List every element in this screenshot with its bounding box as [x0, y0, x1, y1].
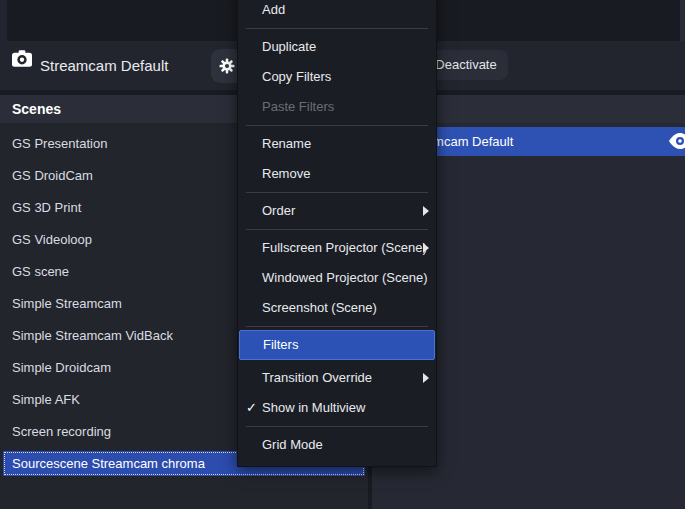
menu-item-label: Filters — [263, 337, 298, 352]
menu-separator — [246, 192, 428, 193]
scene-name: Simple Streamcam — [12, 296, 122, 311]
context-menu-item[interactable]: ✓ Rename — [238, 129, 436, 159]
context-menu-item[interactable]: ✓ Show in Multiview — [238, 393, 436, 423]
scene-name: GS Videoloop — [12, 232, 92, 247]
menu-item-label: Fullscreen Projector (Scene) — [262, 240, 427, 255]
menu-item-label: Duplicate — [262, 39, 316, 54]
context-menu-item[interactable]: ✓ Duplicate — [238, 32, 436, 62]
eye-icon[interactable] — [668, 132, 685, 150]
context-menu-item[interactable]: ✓ Screenshot (Scene) — [238, 293, 436, 323]
menu-separator — [246, 326, 428, 327]
context-menu-item[interactable]: ✓ Order — [238, 196, 436, 226]
scene-name: GS 3D Print — [12, 200, 81, 215]
menu-item-label: Show in Multiview — [262, 400, 365, 415]
menu-item-label: Screenshot (Scene) — [262, 300, 377, 315]
submenu-arrow-icon — [423, 373, 429, 383]
context-menu-item[interactable]: ✓ Paste Filters — [238, 92, 436, 122]
scene-context-menu: ✓ Add ✓ Duplicate ✓ Copy Filters ✓ Paste… — [237, 0, 437, 467]
menu-separator — [246, 28, 428, 29]
menu-separator — [246, 426, 428, 427]
active-source-label: Streamcam Default — [40, 41, 168, 90]
scene-name: Screen recording — [12, 424, 111, 439]
scene-name: Simple AFK — [12, 392, 80, 407]
context-menu-item[interactable]: ✓ Add — [238, 0, 436, 25]
menu-item-label: Paste Filters — [262, 99, 334, 114]
scene-name: GS DroidCam — [12, 168, 93, 183]
menu-item-label: Rename — [262, 136, 311, 151]
context-menu-item[interactable]: ✓ Copy Filters — [238, 62, 436, 92]
menu-separator — [246, 229, 428, 230]
gear-icon — [218, 57, 236, 75]
obs-window: Streamcam Default Deactivate Sce — [0, 0, 685, 509]
submenu-arrow-icon — [423, 243, 429, 253]
menu-item-label: Copy Filters — [262, 69, 331, 84]
scene-name: Simple Droidcam — [12, 360, 111, 375]
menu-item-label: Transition Override — [262, 370, 372, 385]
context-menu-item[interactable]: ✓ Filters — [239, 330, 435, 360]
scene-name: GS Presentation — [12, 136, 107, 151]
submenu-arrow-icon — [423, 206, 429, 216]
menu-item-label: Remove — [262, 166, 310, 181]
left-edge-strip — [0, 0, 7, 41]
right-edge-strip — [680, 0, 685, 41]
context-menu-item[interactable]: ✓ Grid Mode — [238, 430, 436, 460]
context-menu-item[interactable]: ✓ Remove — [238, 159, 436, 189]
scene-name: Sourcescene Streamcam chroma — [12, 456, 205, 471]
menu-item-label: Grid Mode — [262, 437, 323, 452]
camera-icon — [12, 50, 32, 67]
menu-item-label: Add — [262, 2, 285, 17]
context-menu-item[interactable]: ✓ Fullscreen Projector (Scene) — [238, 233, 436, 263]
context-menu-item[interactable]: ✓ Windowed Projector (Scene) — [238, 263, 436, 293]
context-menu-item[interactable]: ✓ Transition Override — [238, 363, 436, 393]
scene-name: Simple Streamcam VidBack — [12, 328, 173, 343]
checkmark-icon: ✓ — [243, 393, 260, 423]
menu-item-label: Windowed Projector (Scene) — [262, 270, 427, 285]
menu-separator — [246, 125, 428, 126]
scene-name: GS scene — [12, 264, 69, 279]
menu-item-label: Order — [262, 203, 295, 218]
